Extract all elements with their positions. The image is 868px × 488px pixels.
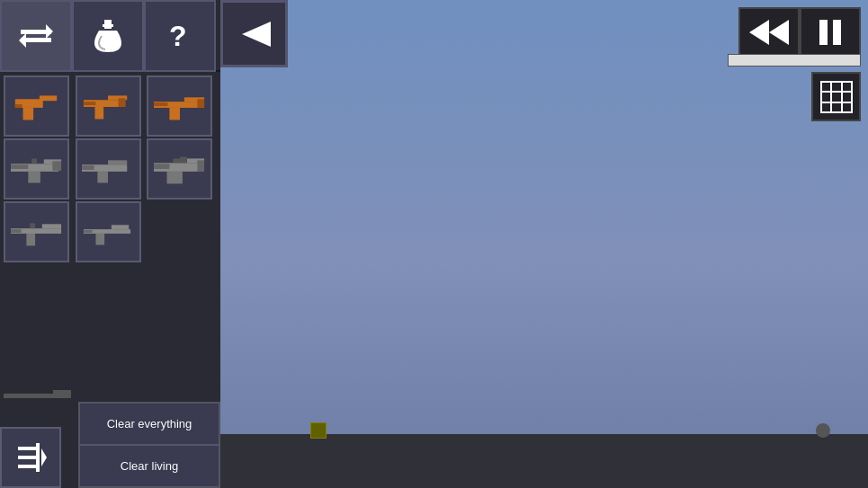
svg-marker-54 (242, 22, 271, 47)
svg-rect-45 (96, 234, 105, 245)
progress-bar-fill (729, 55, 860, 66)
swap-button[interactable] (0, 0, 72, 72)
svg-rect-37 (180, 156, 187, 163)
svg-marker-56 (769, 20, 789, 45)
toolbar: ? (0, 0, 220, 72)
pause-button[interactable] (800, 7, 861, 57)
svg-marker-53 (41, 448, 47, 466)
svg-rect-49 (18, 447, 38, 450)
svg-rect-8 (39, 95, 56, 101)
back-button[interactable] (220, 0, 288, 67)
svg-rect-9 (22, 108, 33, 120)
svg-rect-26 (31, 158, 37, 164)
svg-rect-18 (169, 108, 180, 120)
svg-rect-46 (84, 230, 93, 233)
weapon-shotgun[interactable] (76, 138, 141, 200)
svg-rect-10 (14, 104, 22, 108)
game-area (220, 0, 868, 488)
svg-rect-5 (103, 24, 113, 27)
svg-rect-20 (197, 99, 204, 108)
ground (220, 434, 868, 488)
rewind-button[interactable] (738, 7, 800, 57)
svg-rect-40 (26, 234, 35, 246)
svg-rect-19 (154, 102, 167, 106)
svg-rect-47 (4, 394, 71, 398)
svg-rect-33 (166, 172, 182, 184)
svg-text:?: ? (169, 21, 187, 51)
npc-figure (816, 423, 830, 438)
weapon-heavy[interactable] (147, 138, 212, 200)
grid-toggle-button[interactable] (811, 72, 861, 121)
weapon-grid (0, 72, 220, 266)
svg-rect-52 (36, 443, 40, 472)
svg-rect-51 (18, 465, 38, 468)
svg-marker-3 (19, 33, 26, 48)
weapon-mg[interactable] (4, 138, 69, 200)
svg-rect-13 (95, 107, 104, 120)
weapon-smg[interactable] (76, 75, 141, 137)
svg-rect-23 (28, 172, 40, 183)
weapon-sniper2[interactable] (76, 201, 141, 262)
svg-rect-50 (18, 456, 38, 459)
svg-rect-36 (173, 158, 180, 163)
svg-rect-41 (11, 229, 22, 233)
weapon-sniper[interactable] (4, 201, 69, 262)
svg-marker-55 (749, 20, 769, 45)
svg-rect-42 (30, 223, 35, 228)
svg-rect-44 (112, 225, 129, 229)
exit-button[interactable] (0, 427, 61, 488)
weapon-pistol[interactable] (4, 75, 69, 137)
svg-rect-59 (821, 82, 852, 112)
help-button[interactable]: ? (144, 0, 216, 72)
svg-rect-39 (41, 224, 60, 228)
context-menu: Clear everything Clear living (78, 402, 220, 488)
clear-everything-button[interactable]: Clear everything (79, 403, 219, 445)
clear-living-button[interactable]: Clear living (79, 445, 219, 487)
svg-rect-57 (819, 20, 828, 45)
svg-rect-58 (833, 20, 841, 45)
svg-rect-48 (53, 390, 71, 394)
player-block (310, 422, 327, 439)
svg-marker-1 (46, 24, 53, 39)
svg-rect-15 (119, 98, 126, 107)
sidebar-weapon-bottom-area (0, 366, 78, 427)
potion-button[interactable] (72, 0, 144, 72)
progress-bar-container (728, 54, 861, 67)
weapon-rifle[interactable] (147, 75, 212, 137)
svg-rect-30 (82, 165, 94, 170)
svg-rect-28 (108, 160, 127, 164)
svg-rect-24 (11, 164, 28, 169)
svg-rect-29 (98, 172, 109, 183)
svg-rect-25 (52, 161, 61, 171)
sidebar: ? (0, 0, 220, 488)
svg-rect-35 (197, 160, 204, 172)
svg-rect-34 (154, 164, 169, 169)
svg-rect-14 (84, 102, 96, 105)
